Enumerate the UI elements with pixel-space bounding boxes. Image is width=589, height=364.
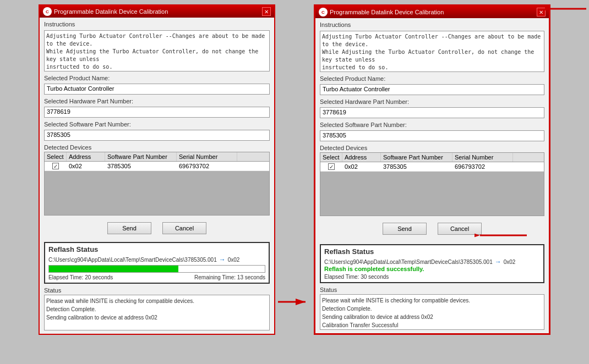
dialog-content-1: Instructions Adjusting Turbo Actuator Co…: [40, 18, 274, 240]
row-software-2: 3785305: [381, 162, 452, 171]
row-serial-2: 696793702: [452, 162, 513, 171]
status-section-1: Status Please wait while INSITE is check…: [44, 287, 270, 330]
reflash-dest-2: 0x02: [504, 259, 516, 265]
product-label-2: Selected Product Name:: [320, 75, 544, 82]
detected-devices-section-2: Detected Devices Select Address Software…: [320, 145, 544, 216]
title-bar-2: C Programmable Datalink Device Calibrati…: [315, 6, 549, 18]
status-section-2: Status Please wait while INSITE is check…: [320, 286, 544, 330]
status-line-1-1: Please wait while INSITE is checking for…: [46, 297, 268, 305]
devices-table-1: Select Address Software Part Number Seri…: [44, 152, 270, 216]
reflash-arrow-2: →: [495, 258, 501, 266]
reflash-path-text-1: C:\Users\cg904\AppData\Local\Temp\SmartD…: [48, 257, 217, 263]
window-title-2: Programmable Datalink Device Calibration: [330, 9, 444, 15]
hardware-value-1: 3778619: [44, 107, 270, 118]
status-label-2: Status: [320, 286, 544, 293]
reflash-section-1: Reflash Status C:\Users\cg904\AppData\Lo…: [44, 242, 270, 284]
status-line-2-3: Sending calibration to device at address…: [322, 313, 542, 321]
status-label-1: Status: [44, 287, 270, 294]
send-button-1[interactable]: Send: [107, 222, 151, 234]
reflash-title-1: Reflash Status: [48, 245, 265, 253]
instructions-label-1: Instructions: [44, 21, 270, 27]
reflash-path-text-2: C:\Users\cg904\AppData\Local\Temp\SmartD…: [324, 259, 493, 265]
close-button-2[interactable]: ✕: [537, 8, 546, 16]
elapsed-time-2: Elapsed Time: 30 seconds: [324, 274, 389, 280]
row-software-1: 3785305: [105, 162, 177, 170]
dialog-window-2: C Programmable Datalink Device Calibrati…: [314, 4, 550, 335]
elapsed-time-1: Elapsed Time: 20 seconds: [48, 274, 113, 280]
cancel-button-1[interactable]: Cancel: [162, 222, 206, 234]
row-address-2: 0x02: [342, 162, 381, 171]
status-line-1-2: Detection Complete.: [46, 305, 268, 313]
table-body-empty-1: [45, 171, 269, 215]
top-right-arrow: [545, 2, 589, 16]
table-row-1: 0x02 3785305 696793702: [45, 162, 269, 171]
instructions-text-1: Adjusting Turbo Actuator Controller --Ch…: [44, 30, 270, 71]
status-line-1-3: Sending calibration to device at address…: [46, 313, 268, 322]
between-windows-arrow: [278, 296, 311, 307]
table-header-2: Select Address Software Part Number Seri…: [320, 153, 544, 162]
reflash-section-2: Reflash Status C:\Users\cg904\AppData\Lo…: [320, 244, 544, 283]
send-button-2[interactable]: Send: [383, 223, 427, 235]
close-button-1[interactable]: ✕: [262, 7, 271, 16]
remaining-time-1: Remaining Time: 13 seconds: [194, 274, 265, 280]
hardware-value-2: 3778619: [320, 107, 544, 118]
title-bar-left-1: C Programmable Datalink Device Calibrati…: [43, 7, 168, 16]
dialog-content-2: Instructions Adjusting Turbo Actuator Co…: [315, 18, 549, 242]
window-title-1: Programmable Datalink Device Calibration: [54, 8, 168, 15]
reflash-arrow-1: →: [219, 256, 226, 263]
software-label-1: Selected Software Part Number:: [44, 121, 270, 128]
buttons-row-1: Send Cancel: [44, 220, 270, 236]
status-line-2-2: Detection Complete.: [322, 305, 542, 313]
product-value-2: Turbo Actuator Controller: [320, 84, 544, 95]
col-address-1: Address: [67, 152, 105, 161]
checkbox-cell-1[interactable]: [45, 162, 67, 170]
checkbox-cell-2[interactable]: [320, 162, 342, 171]
detected-devices-label-1: Detected Devices: [44, 144, 270, 151]
col-select-1: Select: [45, 152, 67, 161]
hardware-label-1: Selected Hardware Part Number:: [44, 98, 270, 104]
table-row-2: 0x02 3785305 696793702: [320, 162, 544, 172]
dialog-window-1: C Programmable Datalink Device Calibrati…: [39, 4, 275, 335]
col-serial-2: Serial Number: [452, 153, 513, 162]
col-select-2: Select: [320, 153, 342, 162]
detected-devices-label-2: Detected Devices: [320, 145, 544, 151]
hardware-label-2: Selected Hardware Part Number:: [320, 98, 544, 105]
progress-bar-fill-1: [49, 266, 178, 272]
instructions-label-2: Instructions: [320, 21, 544, 28]
detected-devices-section-1: Detected Devices Select Address Software…: [44, 144, 270, 216]
cummins-logo-2: C: [319, 8, 328, 16]
status-line-2-4: Calibration Transfer Successful: [322, 321, 542, 329]
col-address-2: Address: [342, 153, 381, 162]
reflash-path-1: C:\Users\cg904\AppData\Local\Temp\SmartD…: [48, 256, 265, 263]
status-line-2-1: Please wait while INSITE is checking for…: [322, 296, 542, 305]
software-value-1: 3785305: [44, 130, 270, 141]
col-software-1: Software Part Number: [105, 152, 177, 161]
title-bar-left-2: C Programmable Datalink Device Calibrati…: [319, 8, 444, 16]
instructions-text-2: Adjusting Turbo Actuator Controller --Ch…: [320, 31, 544, 72]
col-serial-1: Serial Number: [177, 152, 237, 161]
product-value-1: Turbo Actuator Controller: [44, 84, 270, 95]
cancel-arrow: [475, 230, 530, 241]
col-software-2: Software Part Number: [381, 153, 452, 162]
row-checkbox-1[interactable]: [52, 163, 59, 169]
status-box-1: Please wait while INSITE is checking for…: [44, 295, 270, 330]
reflash-dest-1: 0x02: [228, 257, 240, 263]
software-value-2: 3785305: [320, 130, 544, 141]
software-label-2: Selected Software Part Number:: [320, 122, 544, 128]
table-header-1: Select Address Software Part Number Seri…: [45, 152, 269, 162]
row-address-1: 0x02: [67, 162, 105, 170]
row-checkbox-2[interactable]: [328, 163, 335, 170]
progress-bar-container-1: [48, 265, 265, 273]
reflash-times-1: Elapsed Time: 20 seconds Remaining Time:…: [48, 274, 265, 280]
reflash-title-2: Reflash Status: [324, 247, 540, 256]
devices-table-2: Select Address Software Part Number Seri…: [320, 152, 544, 216]
reflash-times-2: Elapsed Time: 30 seconds: [324, 274, 540, 280]
table-body-empty-2: [320, 172, 544, 216]
reflash-success-2: Reflash is completed successfully.: [324, 266, 540, 272]
product-label-1: Selected Product Name:: [44, 75, 270, 81]
title-bar-1: C Programmable Datalink Device Calibrati…: [40, 5, 274, 18]
cummins-logo-1: C: [43, 7, 52, 16]
row-serial-1: 696793702: [177, 162, 237, 170]
reflash-path-2: C:\Users\cg904\AppData\Local\Temp\SmartD…: [324, 258, 540, 266]
status-box-2: Please wait while INSITE is checking for…: [320, 294, 544, 330]
